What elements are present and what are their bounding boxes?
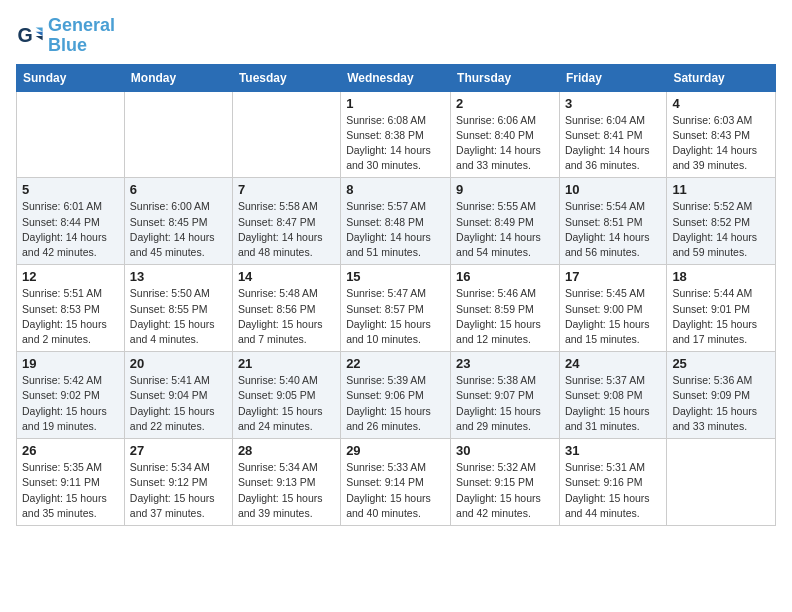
calendar-cell: 5Sunrise: 6:01 AM Sunset: 8:44 PM Daylig… bbox=[17, 178, 125, 265]
calendar-cell bbox=[232, 91, 340, 178]
day-info: Sunrise: 5:34 AM Sunset: 9:12 PM Dayligh… bbox=[130, 460, 227, 521]
day-info: Sunrise: 5:48 AM Sunset: 8:56 PM Dayligh… bbox=[238, 286, 335, 347]
calendar-cell: 31Sunrise: 5:31 AM Sunset: 9:16 PM Dayli… bbox=[559, 439, 666, 526]
calendar-cell bbox=[17, 91, 125, 178]
day-number: 8 bbox=[346, 182, 445, 197]
calendar-cell: 8Sunrise: 5:57 AM Sunset: 8:48 PM Daylig… bbox=[341, 178, 451, 265]
calendar-cell: 6Sunrise: 6:00 AM Sunset: 8:45 PM Daylig… bbox=[124, 178, 232, 265]
day-of-week-header: Sunday bbox=[17, 64, 125, 91]
svg-marker-2 bbox=[36, 32, 43, 36]
calendar-cell: 27Sunrise: 5:34 AM Sunset: 9:12 PM Dayli… bbox=[124, 439, 232, 526]
day-info: Sunrise: 5:37 AM Sunset: 9:08 PM Dayligh… bbox=[565, 373, 661, 434]
day-number: 9 bbox=[456, 182, 554, 197]
day-info: Sunrise: 6:03 AM Sunset: 8:43 PM Dayligh… bbox=[672, 113, 770, 174]
day-number: 23 bbox=[456, 356, 554, 371]
day-info: Sunrise: 5:31 AM Sunset: 9:16 PM Dayligh… bbox=[565, 460, 661, 521]
logo-icon: G bbox=[16, 22, 44, 50]
logo-text: GeneralBlue bbox=[48, 16, 115, 56]
day-number: 25 bbox=[672, 356, 770, 371]
calendar-table: SundayMondayTuesdayWednesdayThursdayFrid… bbox=[16, 64, 776, 526]
calendar-week-row: 19Sunrise: 5:42 AM Sunset: 9:02 PM Dayli… bbox=[17, 352, 776, 439]
calendar-week-row: 12Sunrise: 5:51 AM Sunset: 8:53 PM Dayli… bbox=[17, 265, 776, 352]
calendar-cell: 3Sunrise: 6:04 AM Sunset: 8:41 PM Daylig… bbox=[559, 91, 666, 178]
day-info: Sunrise: 5:52 AM Sunset: 8:52 PM Dayligh… bbox=[672, 199, 770, 260]
calendar-cell: 12Sunrise: 5:51 AM Sunset: 8:53 PM Dayli… bbox=[17, 265, 125, 352]
day-of-week-header: Thursday bbox=[451, 64, 560, 91]
calendar-cell: 11Sunrise: 5:52 AM Sunset: 8:52 PM Dayli… bbox=[667, 178, 776, 265]
day-info: Sunrise: 5:33 AM Sunset: 9:14 PM Dayligh… bbox=[346, 460, 445, 521]
day-info: Sunrise: 6:06 AM Sunset: 8:40 PM Dayligh… bbox=[456, 113, 554, 174]
day-info: Sunrise: 5:51 AM Sunset: 8:53 PM Dayligh… bbox=[22, 286, 119, 347]
day-number: 18 bbox=[672, 269, 770, 284]
svg-marker-3 bbox=[36, 36, 43, 40]
calendar-cell: 4Sunrise: 6:03 AM Sunset: 8:43 PM Daylig… bbox=[667, 91, 776, 178]
day-of-week-header: Wednesday bbox=[341, 64, 451, 91]
day-of-week-header: Tuesday bbox=[232, 64, 340, 91]
calendar-cell: 25Sunrise: 5:36 AM Sunset: 9:09 PM Dayli… bbox=[667, 352, 776, 439]
calendar-cell: 26Sunrise: 5:35 AM Sunset: 9:11 PM Dayli… bbox=[17, 439, 125, 526]
calendar-cell bbox=[667, 439, 776, 526]
page-header: G GeneralBlue bbox=[16, 16, 776, 56]
calendar-cell: 29Sunrise: 5:33 AM Sunset: 9:14 PM Dayli… bbox=[341, 439, 451, 526]
day-number: 5 bbox=[22, 182, 119, 197]
day-number: 6 bbox=[130, 182, 227, 197]
day-number: 16 bbox=[456, 269, 554, 284]
svg-text:G: G bbox=[17, 23, 32, 45]
day-number: 3 bbox=[565, 96, 661, 111]
calendar-cell: 9Sunrise: 5:55 AM Sunset: 8:49 PM Daylig… bbox=[451, 178, 560, 265]
day-info: Sunrise: 5:42 AM Sunset: 9:02 PM Dayligh… bbox=[22, 373, 119, 434]
calendar-cell: 18Sunrise: 5:44 AM Sunset: 9:01 PM Dayli… bbox=[667, 265, 776, 352]
day-info: Sunrise: 5:32 AM Sunset: 9:15 PM Dayligh… bbox=[456, 460, 554, 521]
day-info: Sunrise: 5:50 AM Sunset: 8:55 PM Dayligh… bbox=[130, 286, 227, 347]
day-number: 11 bbox=[672, 182, 770, 197]
calendar-cell: 14Sunrise: 5:48 AM Sunset: 8:56 PM Dayli… bbox=[232, 265, 340, 352]
logo: G GeneralBlue bbox=[16, 16, 115, 56]
day-of-week-header: Saturday bbox=[667, 64, 776, 91]
day-info: Sunrise: 6:00 AM Sunset: 8:45 PM Dayligh… bbox=[130, 199, 227, 260]
day-number: 15 bbox=[346, 269, 445, 284]
day-info: Sunrise: 5:41 AM Sunset: 9:04 PM Dayligh… bbox=[130, 373, 227, 434]
calendar-cell: 15Sunrise: 5:47 AM Sunset: 8:57 PM Dayli… bbox=[341, 265, 451, 352]
calendar-cell: 23Sunrise: 5:38 AM Sunset: 9:07 PM Dayli… bbox=[451, 352, 560, 439]
day-number: 1 bbox=[346, 96, 445, 111]
day-number: 4 bbox=[672, 96, 770, 111]
calendar-cell: 19Sunrise: 5:42 AM Sunset: 9:02 PM Dayli… bbox=[17, 352, 125, 439]
calendar-cell: 22Sunrise: 5:39 AM Sunset: 9:06 PM Dayli… bbox=[341, 352, 451, 439]
day-number: 13 bbox=[130, 269, 227, 284]
day-number: 2 bbox=[456, 96, 554, 111]
calendar-cell: 24Sunrise: 5:37 AM Sunset: 9:08 PM Dayli… bbox=[559, 352, 666, 439]
calendar-cell: 21Sunrise: 5:40 AM Sunset: 9:05 PM Dayli… bbox=[232, 352, 340, 439]
day-number: 10 bbox=[565, 182, 661, 197]
calendar-week-row: 1Sunrise: 6:08 AM Sunset: 8:38 PM Daylig… bbox=[17, 91, 776, 178]
day-info: Sunrise: 5:34 AM Sunset: 9:13 PM Dayligh… bbox=[238, 460, 335, 521]
calendar-cell: 7Sunrise: 5:58 AM Sunset: 8:47 PM Daylig… bbox=[232, 178, 340, 265]
day-info: Sunrise: 5:55 AM Sunset: 8:49 PM Dayligh… bbox=[456, 199, 554, 260]
calendar-cell bbox=[124, 91, 232, 178]
day-info: Sunrise: 5:58 AM Sunset: 8:47 PM Dayligh… bbox=[238, 199, 335, 260]
day-info: Sunrise: 5:35 AM Sunset: 9:11 PM Dayligh… bbox=[22, 460, 119, 521]
calendar-week-row: 26Sunrise: 5:35 AM Sunset: 9:11 PM Dayli… bbox=[17, 439, 776, 526]
day-number: 27 bbox=[130, 443, 227, 458]
calendar-header-row: SundayMondayTuesdayWednesdayThursdayFrid… bbox=[17, 64, 776, 91]
calendar-cell: 10Sunrise: 5:54 AM Sunset: 8:51 PM Dayli… bbox=[559, 178, 666, 265]
calendar-week-row: 5Sunrise: 6:01 AM Sunset: 8:44 PM Daylig… bbox=[17, 178, 776, 265]
day-info: Sunrise: 6:04 AM Sunset: 8:41 PM Dayligh… bbox=[565, 113, 661, 174]
day-number: 22 bbox=[346, 356, 445, 371]
day-number: 28 bbox=[238, 443, 335, 458]
calendar-body: 1Sunrise: 6:08 AM Sunset: 8:38 PM Daylig… bbox=[17, 91, 776, 525]
day-number: 29 bbox=[346, 443, 445, 458]
calendar-cell: 1Sunrise: 6:08 AM Sunset: 8:38 PM Daylig… bbox=[341, 91, 451, 178]
calendar-cell: 17Sunrise: 5:45 AM Sunset: 9:00 PM Dayli… bbox=[559, 265, 666, 352]
day-number: 20 bbox=[130, 356, 227, 371]
day-info: Sunrise: 6:01 AM Sunset: 8:44 PM Dayligh… bbox=[22, 199, 119, 260]
day-number: 21 bbox=[238, 356, 335, 371]
day-number: 17 bbox=[565, 269, 661, 284]
day-info: Sunrise: 5:47 AM Sunset: 8:57 PM Dayligh… bbox=[346, 286, 445, 347]
calendar-cell: 13Sunrise: 5:50 AM Sunset: 8:55 PM Dayli… bbox=[124, 265, 232, 352]
calendar-cell: 2Sunrise: 6:06 AM Sunset: 8:40 PM Daylig… bbox=[451, 91, 560, 178]
day-info: Sunrise: 6:08 AM Sunset: 8:38 PM Dayligh… bbox=[346, 113, 445, 174]
day-info: Sunrise: 5:44 AM Sunset: 9:01 PM Dayligh… bbox=[672, 286, 770, 347]
calendar-cell: 28Sunrise: 5:34 AM Sunset: 9:13 PM Dayli… bbox=[232, 439, 340, 526]
svg-marker-1 bbox=[36, 27, 43, 31]
day-number: 24 bbox=[565, 356, 661, 371]
